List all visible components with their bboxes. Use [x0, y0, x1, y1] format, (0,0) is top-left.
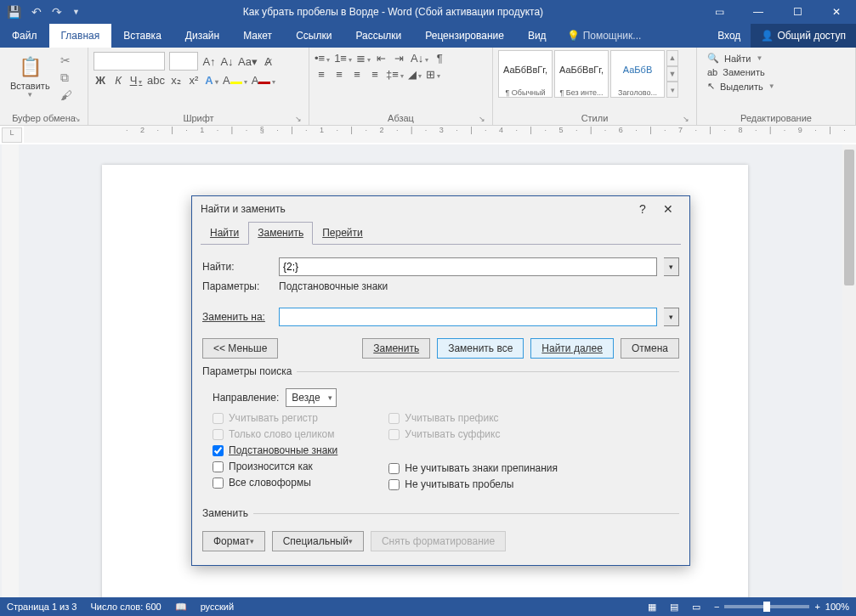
- style-normal[interactable]: АаБбВвГг,¶ Обычный: [498, 50, 553, 98]
- zoom-slider[interactable]: [724, 605, 809, 608]
- ribbon-options-icon[interactable]: ▭: [700, 0, 739, 24]
- view-read-icon[interactable]: ▦: [648, 602, 656, 613]
- qat-more-icon[interactable]: ▼: [72, 8, 80, 16]
- ignore-punct-checkbox[interactable]: Не учитывать знаки препинания: [388, 462, 558, 474]
- replace-input[interactable]: [279, 308, 657, 326]
- cancel-button[interactable]: Отмена: [621, 338, 679, 359]
- vertical-scrollbar[interactable]: [842, 144, 856, 597]
- help-icon[interactable]: ?: [630, 202, 655, 216]
- styles-up-icon[interactable]: ▲: [666, 50, 678, 66]
- outdent-icon[interactable]: ⇤: [375, 52, 388, 65]
- ruler-vertical[interactable]: [2, 144, 19, 597]
- change-case-icon[interactable]: Aa▾: [238, 55, 258, 68]
- font-color-icon[interactable]: A: [252, 74, 276, 87]
- tab-home[interactable]: Главная: [49, 24, 112, 48]
- replace-one-button[interactable]: Заменить: [362, 338, 430, 359]
- status-words[interactable]: Число слов: 600: [90, 602, 161, 612]
- zoom-in-icon[interactable]: +: [814, 602, 819, 612]
- shading-icon[interactable]: ◢: [408, 68, 422, 81]
- style-heading1[interactable]: АаБбВЗаголово...: [610, 50, 665, 98]
- bullets-icon[interactable]: •≡: [315, 52, 330, 65]
- ruler-corner[interactable]: L: [2, 127, 22, 143]
- align-right-icon[interactable]: ≡: [350, 68, 364, 81]
- dialog-close-icon[interactable]: ✕: [655, 202, 681, 216]
- font-combo[interactable]: [94, 52, 165, 71]
- shrink-font-icon[interactable]: A↓: [220, 55, 234, 68]
- superscript-button[interactable]: x²: [187, 74, 201, 87]
- share-button[interactable]: 👤Общий доступ: [751, 24, 856, 48]
- ignore-space-checkbox[interactable]: Не учитывать пробелы: [388, 478, 558, 490]
- scrollbar-thumb[interactable]: [844, 150, 854, 285]
- signin-button[interactable]: Вход: [707, 24, 751, 48]
- less-button[interactable]: << Меньше: [202, 338, 278, 359]
- line-spacing-icon[interactable]: ‡≡: [386, 68, 404, 81]
- status-language[interactable]: русский: [201, 602, 234, 612]
- align-center-icon[interactable]: ≡: [332, 68, 346, 81]
- align-left-icon[interactable]: ≡: [315, 68, 328, 81]
- underline-button[interactable]: Ч: [129, 74, 143, 87]
- format-painter-icon[interactable]: 🖌: [60, 88, 72, 102]
- find-input[interactable]: [279, 257, 657, 276]
- multilevel-icon[interactable]: ≣: [356, 52, 371, 65]
- tab-references[interactable]: Ссылки: [284, 24, 343, 48]
- tab-insert[interactable]: Вставка: [111, 24, 173, 48]
- wildcards-checkbox[interactable]: Подстановочные знаки: [213, 444, 337, 456]
- special-button[interactable]: Специальный: [272, 531, 364, 551]
- highlight-icon[interactable]: A: [223, 74, 247, 87]
- format-button[interactable]: Формат: [202, 531, 265, 551]
- find-dropdown-icon[interactable]: ▾: [664, 257, 679, 276]
- tab-layout[interactable]: Макет: [231, 24, 284, 48]
- tab-file[interactable]: Файл: [0, 24, 49, 48]
- proofing-icon[interactable]: 📖: [175, 602, 187, 613]
- indent-icon[interactable]: ⇥: [393, 52, 406, 65]
- replace-button[interactable]: abЗаменить: [706, 66, 777, 78]
- save-icon[interactable]: 💾: [7, 5, 21, 19]
- undo-icon[interactable]: ↶: [31, 5, 42, 19]
- word-forms-checkbox[interactable]: Все словоформы: [213, 477, 337, 489]
- justify-icon[interactable]: ≡: [368, 68, 382, 81]
- maximize-icon[interactable]: ☐: [778, 0, 817, 24]
- view-web-icon[interactable]: ▭: [692, 602, 700, 613]
- zoom-out-icon[interactable]: −: [714, 602, 719, 612]
- styles-down-icon[interactable]: ▼: [666, 66, 678, 82]
- direction-select[interactable]: Везде: [286, 388, 336, 407]
- borders-icon[interactable]: ⊞: [426, 68, 440, 81]
- sort-icon[interactable]: A↓: [411, 52, 428, 65]
- tab-replace[interactable]: Заменить: [248, 222, 313, 245]
- font-launcher-icon[interactable]: ↘: [295, 115, 302, 123]
- close-icon[interactable]: ✕: [817, 0, 856, 24]
- view-print-icon[interactable]: ▤: [670, 602, 678, 613]
- sounds-like-checkbox[interactable]: Произносится как: [213, 461, 337, 472]
- ruler-horizontal[interactable]: · 2 · | · 1 · | · § · | · 1 · | · 2 · | …: [24, 126, 856, 143]
- minimize-icon[interactable]: —: [739, 0, 778, 24]
- tab-find[interactable]: Найти: [201, 222, 248, 244]
- select-button[interactable]: ↖Выделить ▼: [706, 80, 777, 93]
- replace-dropdown-icon[interactable]: ▾: [664, 308, 679, 326]
- cut-icon[interactable]: ✂: [60, 54, 72, 67]
- find-button[interactable]: 🔍Найти ▼: [706, 52, 777, 65]
- numbering-icon[interactable]: 1≡: [334, 52, 352, 65]
- tell-me[interactable]: 💡Помощник...: [558, 24, 650, 48]
- paragraph-launcher-icon[interactable]: ↘: [479, 115, 485, 123]
- find-next-button[interactable]: Найти далее: [530, 338, 614, 359]
- paste-button[interactable]: 📋 Вставить ▼: [5, 50, 55, 102]
- style-no-spacing[interactable]: АаБбВвГг,¶ Без инте...: [554, 50, 609, 98]
- strike-button[interactable]: abc: [147, 74, 165, 87]
- show-marks-icon[interactable]: ¶: [433, 52, 446, 65]
- bold-button[interactable]: Ж: [94, 74, 107, 87]
- clipboard-launcher-icon[interactable]: ↘: [74, 115, 81, 123]
- copy-icon[interactable]: ⧉: [60, 71, 72, 85]
- tab-review[interactable]: Рецензирование: [413, 24, 516, 48]
- text-effects-icon[interactable]: A: [205, 74, 218, 87]
- redo-icon[interactable]: ↷: [52, 5, 62, 19]
- status-page[interactable]: Страница 1 из 3: [7, 602, 77, 612]
- tab-goto[interactable]: Перейти: [313, 222, 372, 244]
- tab-design[interactable]: Дизайн: [173, 24, 231, 48]
- tab-view[interactable]: Вид: [516, 24, 558, 48]
- clear-format-icon[interactable]: A̷: [262, 55, 275, 68]
- replace-all-button[interactable]: Заменить все: [437, 338, 524, 359]
- font-size-combo[interactable]: [169, 52, 198, 71]
- subscript-button[interactable]: x₂: [169, 74, 183, 87]
- styles-launcher-icon[interactable]: ↘: [683, 115, 689, 123]
- italic-button[interactable]: К: [111, 74, 125, 87]
